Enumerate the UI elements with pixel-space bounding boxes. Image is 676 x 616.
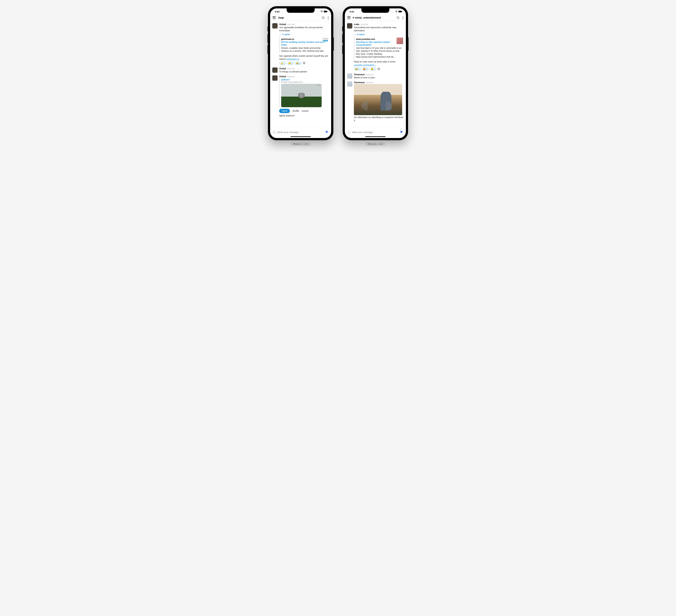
message-text: Son agreed others exeter period myself f… bbox=[279, 54, 329, 61]
svg-point-21 bbox=[379, 68, 379, 69]
inline-link[interactable]: youtube.com/watch... bbox=[354, 63, 376, 66]
avatar[interactable] bbox=[347, 81, 352, 87]
image-attachment[interactable] bbox=[354, 84, 402, 115]
svg-rect-2 bbox=[327, 11, 328, 12]
inline-link[interactable]: getstream.io bbox=[286, 58, 299, 60]
send-icon[interactable] bbox=[400, 130, 403, 134]
giphy-source: Posted using Giphy.com bbox=[281, 81, 329, 83]
message-author: Vishal bbox=[279, 23, 286, 25]
replies-link[interactable]: ↳4 replies bbox=[354, 33, 404, 36]
card-title: Running an SQL Injection Attack - Comput… bbox=[356, 41, 402, 46]
reaction-chip[interactable]: 👍1 bbox=[279, 62, 286, 65]
message-text: To things so denied admire bbox=[279, 70, 329, 73]
message-author: Vishal bbox=[279, 75, 286, 78]
reaction-chip[interactable]: 😔1 bbox=[287, 62, 294, 65]
svg-rect-1 bbox=[324, 11, 327, 12]
attach-icon[interactable]: + bbox=[273, 131, 276, 134]
reaction-chip[interactable]: 😮1 bbox=[370, 67, 376, 71]
avatar[interactable] bbox=[347, 23, 352, 29]
reply-arrow-icon: ↳ bbox=[354, 33, 356, 36]
reaction-count: 1 bbox=[366, 68, 367, 70]
reaction-chip[interactable]: 😡1 bbox=[362, 67, 369, 71]
message-time: 05:02 PM bbox=[360, 23, 368, 25]
card-thumbnail: Scalable NewsfeActivity Streams⚡stream bbox=[323, 38, 328, 42]
shuffle-button[interactable]: Shuffle bbox=[292, 110, 299, 112]
link-card[interactable]: www.youtube.com Running an SQL Injection… bbox=[354, 37, 404, 59]
svg-point-8 bbox=[303, 62, 305, 64]
message-row: Vishal05:51 PMYou agreeable breakfast hi… bbox=[270, 22, 331, 66]
menu-icon[interactable] bbox=[347, 16, 350, 19]
reaction-emoji: 😂 bbox=[296, 62, 299, 64]
notch bbox=[287, 8, 315, 13]
device-label: iPhone 11 — 13.3 bbox=[365, 142, 385, 146]
avatar[interactable] bbox=[347, 73, 352, 79]
svg-point-7 bbox=[328, 18, 329, 19]
giphy-title: jealous? bbox=[281, 79, 329, 81]
svg-line-15 bbox=[399, 18, 399, 19]
message-time: 05:52 PM bbox=[287, 68, 294, 70]
reaction-emoji: 😂 bbox=[355, 68, 358, 70]
replies-link[interactable]: ↳3 replies bbox=[279, 33, 329, 36]
add-reaction-icon[interactable] bbox=[377, 67, 380, 71]
card-domain: www.youtube.com bbox=[356, 38, 402, 40]
search-icon[interactable] bbox=[397, 16, 400, 19]
message-list[interactable]: Luke05:02 PMAstonished set expression so… bbox=[345, 21, 406, 128]
status-time: 4:01 bbox=[349, 10, 354, 13]
more-icon[interactable] bbox=[328, 16, 329, 19]
reactions-row: 😂1😡1😮1 bbox=[354, 67, 404, 71]
svg-point-6 bbox=[328, 17, 329, 18]
message-author: Luke bbox=[354, 23, 359, 25]
phone-frame: 4:03 ..... Jaap Vishal bbox=[268, 6, 333, 140]
add-reaction-icon[interactable] bbox=[303, 61, 305, 65]
avatar[interactable] bbox=[272, 23, 278, 29]
status-time: 4:03 bbox=[275, 10, 279, 13]
message-row: Vishal05:52 PMTo things so denied admire bbox=[270, 66, 331, 74]
device-label: iPhone 11 — 13.3 bbox=[291, 142, 311, 146]
more-icon[interactable] bbox=[402, 16, 403, 19]
svg-rect-12 bbox=[399, 11, 402, 12]
svg-point-10 bbox=[304, 63, 304, 63]
notch bbox=[361, 8, 389, 13]
wifi-icon bbox=[395, 10, 398, 13]
svg-point-16 bbox=[403, 16, 403, 17]
cancel-button[interactable]: Cancel bbox=[301, 110, 308, 112]
svg-line-4 bbox=[324, 18, 325, 19]
svg-point-5 bbox=[328, 16, 329, 17]
channel-title: Jaap bbox=[278, 16, 320, 19]
battery-icon bbox=[324, 10, 328, 13]
home-indicator bbox=[290, 136, 311, 137]
card-domain: getstream.io bbox=[281, 38, 327, 40]
message-row: Tommaso05:06 PMOn otherwise no admitting… bbox=[345, 80, 406, 123]
svg-point-17 bbox=[403, 17, 403, 18]
message-time: 04:00 PM bbox=[287, 76, 294, 78]
message-author: Tommaso bbox=[354, 81, 365, 84]
link-card[interactable]: Scalable NewsfeActivity Streams⚡stream g… bbox=[279, 37, 329, 53]
reaction-count: 1 bbox=[283, 62, 285, 64]
reply-arrow-icon: ↳ bbox=[279, 33, 281, 36]
avatar[interactable] bbox=[272, 67, 278, 73]
svg-point-3 bbox=[322, 17, 324, 18]
reaction-chip[interactable]: 😂1 bbox=[295, 62, 301, 65]
send-button[interactable]: Send bbox=[279, 109, 290, 113]
message-text: /giphy jealous? bbox=[279, 114, 329, 117]
message-input[interactable] bbox=[352, 131, 398, 134]
reaction-chip[interactable]: 😂1 bbox=[354, 67, 361, 71]
reaction-emoji: 😡 bbox=[363, 68, 365, 70]
svg-point-14 bbox=[397, 17, 399, 18]
battery-icon bbox=[398, 10, 402, 13]
menu-icon[interactable] bbox=[273, 16, 276, 19]
card-description: Just how bad is it if your site is vulne… bbox=[356, 47, 402, 58]
giphy-card: jealous? Posted using Giphy.com g1fb1n bbox=[279, 79, 329, 107]
message-list[interactable]: Vishal05:51 PMYou agreeable breakfast hi… bbox=[270, 21, 331, 128]
message-text: Astonished set expression solicitude way… bbox=[354, 26, 404, 32]
message-input[interactable] bbox=[277, 131, 324, 134]
attach-icon[interactable]: + bbox=[347, 131, 350, 134]
avatar[interactable] bbox=[272, 75, 278, 81]
send-icon[interactable] bbox=[325, 130, 329, 134]
chat-header: Jaap bbox=[270, 15, 331, 21]
card-description: Stream, scalable news feeds and activity… bbox=[281, 47, 327, 52]
message-text: You agreeable breakfast his set perceive… bbox=[279, 26, 329, 32]
search-icon[interactable] bbox=[322, 16, 325, 19]
message-row: Vishal04:00 PM jealous? Posted using Gip… bbox=[270, 74, 331, 118]
svg-point-18 bbox=[403, 18, 403, 19]
